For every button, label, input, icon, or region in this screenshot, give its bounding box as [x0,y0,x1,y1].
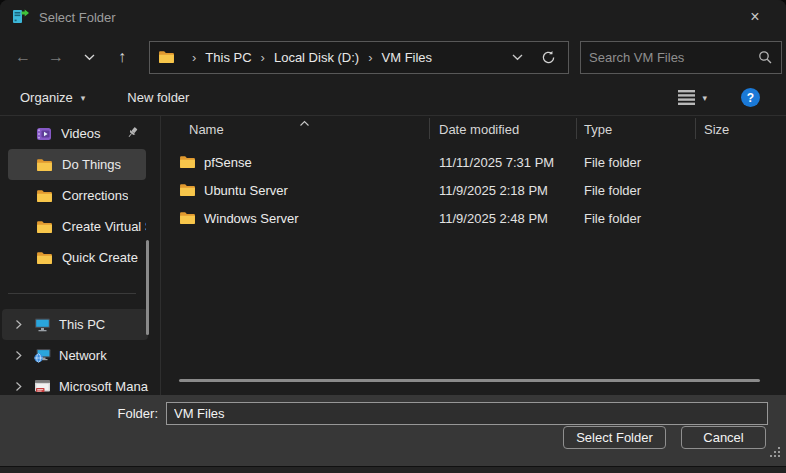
dialog-footer: Folder: Select Folder Cancel [0,395,786,466]
column-divider[interactable] [576,118,577,139]
file-row-pfsense[interactable]: pfSense 11/11/2025 7:31 PM File folder [161,148,786,176]
mmc-icon [34,379,51,394]
chevron-down-icon [512,53,523,61]
address-bar[interactable]: › This PC › Local Disk (D:) › VM Files [149,41,569,74]
network-icon [34,348,51,363]
navigation-pane: Videos [0,116,161,395]
file-name: Windows Server [204,211,299,226]
folder-icon [36,189,53,203]
sidebar-item-this-pc[interactable]: This PC [2,309,148,340]
file-date-modified: 11/11/2025 7:31 PM [429,155,576,170]
back-button[interactable]: ← [8,42,38,72]
dialog-content: Videos [0,116,786,395]
sidebar-item-label: This PC [59,317,105,332]
search-box[interactable] [580,41,782,74]
recent-locations-button[interactable] [74,42,104,72]
videos-icon [36,126,52,142]
column-header-name[interactable]: Name [161,122,429,137]
details-view-icon [678,90,695,105]
folder-icon [179,211,196,225]
chevron-down-icon [84,53,95,61]
file-date-modified: 11/9/2025 2:18 PM [429,183,576,198]
this-pc-icon [34,317,51,332]
breadcrumb-separator: › [368,50,372,65]
sidebar-item-label: Network [59,348,107,363]
file-row-ubuntu-server[interactable]: Ubuntu Server 11/9/2025 2:18 PM File fol… [161,176,786,204]
column-header-date-modified[interactable]: Date modified [429,122,576,137]
up-button[interactable]: ↑ [107,42,137,72]
sidebar-item-network[interactable]: Network [2,340,148,371]
search-icon [758,50,772,68]
sidebar-item-create-virtual-switch[interactable]: Create Virtual Sv [8,211,146,242]
sidebar-item-label: Do Things [62,157,121,172]
sidebar-scrollbar[interactable] [146,240,149,335]
breadcrumb-local-disk-d[interactable]: Local Disk (D:) [274,50,359,65]
folder-icon [36,251,53,265]
select-folder-button[interactable]: Select Folder [563,426,666,449]
title-bar: Select Folder × [0,0,786,34]
sidebar-item-quick-create[interactable]: Quick Create [8,242,146,273]
command-toolbar: Organize ▾ New folder ▾ ? [0,80,786,116]
file-name: pfSense [204,155,252,170]
new-folder-button[interactable]: New folder [127,90,189,105]
folder-icon [36,158,53,172]
select-folder-dialog: Select Folder × ← → ↑ › This PC › Local … [0,0,786,466]
breadcrumb-this-pc[interactable]: This PC [205,50,251,65]
forward-button[interactable]: → [41,42,71,72]
breadcrumb-vm-files[interactable]: VM Files [382,50,433,65]
sidebar-divider [8,293,136,294]
refresh-icon [541,50,556,65]
sidebar-item-corrections[interactable]: Corrections [8,180,146,211]
file-row-windows-server[interactable]: Windows Server 11/9/2025 2:48 PM File fo… [161,204,786,232]
change-view-button[interactable]: ▾ [678,90,707,105]
folder-label: Folder: [0,406,158,421]
cancel-button[interactable]: Cancel [681,426,766,449]
chevron-down-icon: ▾ [81,93,86,103]
address-dropdown-button[interactable] [512,53,523,61]
folder-icon [36,220,53,234]
chevron-right-icon[interactable] [14,319,26,330]
chevron-down-icon: ▾ [702,93,707,103]
file-type: File folder [576,155,695,170]
pin-icon [126,126,139,142]
folder-icon [179,183,196,197]
sidebar-item-microsoft-management[interactable]: Microsoft Mana [2,371,148,395]
search-input[interactable] [589,50,786,65]
file-name: Ubuntu Server [204,183,288,198]
column-divider[interactable] [695,118,696,139]
chevron-right-icon[interactable] [14,350,26,361]
chevron-right-icon[interactable] [14,381,26,392]
folder-icon [158,50,175,64]
sidebar-item-do-things[interactable]: Do Things [8,149,146,180]
close-button[interactable]: × [734,3,776,31]
help-button[interactable]: ? [741,88,760,107]
refresh-button[interactable] [541,50,556,65]
horizontal-scrollbar[interactable] [179,379,760,382]
file-type: File folder [576,211,695,226]
organize-button[interactable]: Organize ▾ [20,90,85,105]
sidebar-item-label: Corrections [62,188,128,203]
breadcrumb-separator: › [192,50,196,65]
background-window-strip [0,466,786,473]
file-list: Name Date modified Type Size [161,116,786,395]
column-divider[interactable] [429,118,430,139]
breadcrumb-separator: › [261,50,265,65]
sidebar-item-label: Microsoft Mana [59,379,148,394]
sidebar-item-label: Quick Create [62,250,138,265]
sort-ascending-icon [299,115,310,130]
column-header-type[interactable]: Type [576,122,695,137]
folder-name-input[interactable] [166,402,768,425]
file-date-modified: 11/9/2025 2:48 PM [429,211,576,226]
resize-grip[interactable] [770,444,781,462]
navigation-bar: ← → ↑ › This PC › Local Disk (D:) › VM F… [0,34,786,80]
column-headers: Name Date modified Type Size [161,116,786,142]
file-type: File folder [576,183,695,198]
column-header-size[interactable]: Size [695,122,786,137]
hyperv-app-icon [11,7,29,28]
sidebar-item-label: Videos [61,126,101,141]
sidebar-item-videos[interactable]: Videos [8,118,146,149]
folder-icon [179,155,196,169]
sidebar-item-label: Create Virtual Sv [62,219,146,234]
window-title: Select Folder [39,10,116,25]
organize-label: Organize [20,90,73,105]
